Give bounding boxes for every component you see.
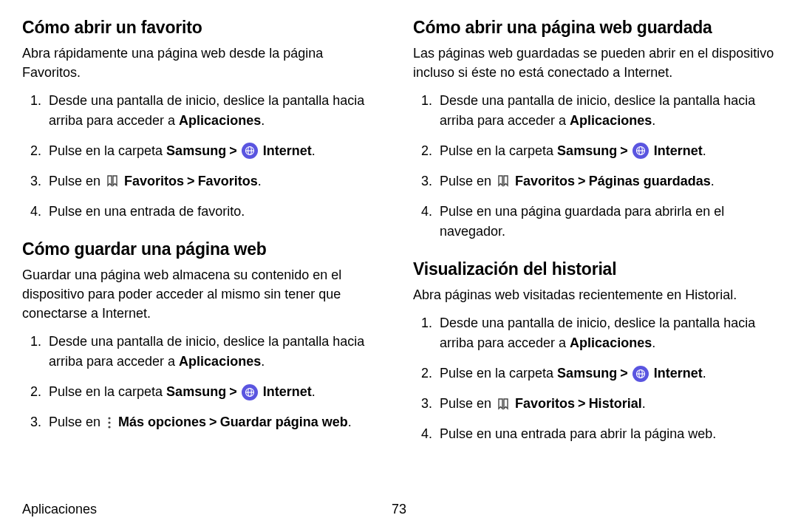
intro-open-saved: Las páginas web guardadas se pueden abri…: [413, 44, 776, 82]
bold-text: Guardar página web: [220, 415, 348, 429]
text: .: [312, 384, 316, 399]
list-item: Pulse en Favoritos>Historial.: [413, 394, 776, 414]
list-item: Pulse en la carpeta Samsung> Internet.: [22, 141, 385, 161]
bold-text: Historial: [589, 396, 642, 411]
bold-text: Internet: [654, 366, 703, 381]
bold-text: Internet: [263, 384, 312, 399]
list-item: Pulse en la carpeta Samsung> Internet.: [413, 141, 776, 161]
text: Pulse en la carpeta: [440, 366, 557, 381]
bold-text: Samsung: [166, 384, 226, 399]
list-item: Pulse en una entrada de favorito.: [22, 202, 385, 222]
text: .: [261, 354, 265, 369]
bookmark-icon: [497, 398, 510, 411]
bookmark-icon: [106, 174, 119, 188]
left-column: Cómo abrir un favorito Abra rápidamente …: [22, 18, 385, 491]
list-item: Pulse en Favoritos>Páginas guardadas.: [413, 171, 776, 191]
bold-text: Más opciones: [118, 415, 206, 429]
bold-text: Aplicaciones: [570, 113, 652, 128]
internet-icon: [632, 366, 649, 382]
text: Pulse en la carpeta: [49, 143, 166, 158]
text: .: [312, 143, 316, 158]
bold-text: Favoritos: [124, 174, 184, 188]
text: Pulse en: [49, 174, 104, 188]
chevron-icon: >: [229, 141, 237, 161]
bold-text: Favoritos: [198, 174, 258, 188]
heading-open-saved: Cómo abrir una página web guardada: [413, 18, 776, 38]
list-item: Pulse en Más opciones>Guardar página web…: [22, 412, 385, 432]
steps-history: Desde una pantalla de inicio, deslice la…: [413, 313, 776, 444]
bold-text: Aplicaciones: [570, 335, 652, 350]
text: Pulse en la carpeta: [49, 384, 166, 399]
list-item: Pulse en una página guardada para abrirl…: [413, 202, 776, 242]
text: .: [652, 113, 655, 128]
bold-text: Favoritos: [515, 396, 575, 411]
list-item: Desde una pantalla de inicio, deslice la…: [22, 91, 385, 131]
list-item: Pulse en la carpeta Samsung> Internet.: [22, 382, 385, 402]
internet-icon: [242, 384, 258, 400]
text: Pulse en: [440, 174, 495, 188]
bold-text: Páginas guardadas: [589, 174, 711, 188]
bold-text: Aplicaciones: [179, 354, 261, 369]
chevron-icon: >: [187, 171, 195, 191]
text: .: [348, 415, 352, 429]
intro-history: Abra páginas web visitadas recientemente…: [413, 285, 776, 304]
more-options-icon: [106, 416, 113, 429]
heading-open-bookmark: Cómo abrir un favorito: [22, 18, 385, 38]
chevron-icon: >: [578, 171, 586, 191]
steps-save-page: Desde una pantalla de inicio, deslice la…: [22, 332, 385, 432]
text: Pulse en: [440, 396, 495, 411]
chevron-icon: >: [229, 382, 237, 402]
page-number: 73: [392, 502, 406, 517]
text: .: [642, 396, 646, 411]
list-item: Pulse en una entrada para abrir la págin…: [413, 424, 776, 444]
bold-text: Internet: [263, 143, 312, 158]
text: .: [261, 113, 265, 128]
list-item: Pulse en la carpeta Samsung> Internet.: [413, 364, 776, 383]
content-columns: Cómo abrir un favorito Abra rápidamente …: [22, 18, 776, 491]
text: .: [703, 143, 706, 158]
text: .: [652, 335, 655, 350]
list-item: Desde una pantalla de inicio, deslice la…: [22, 332, 385, 372]
chevron-icon: >: [620, 141, 628, 161]
bold-text: Samsung: [557, 366, 617, 381]
intro-open-bookmark: Abra rápidamente una página web desde la…: [22, 44, 385, 82]
list-item: Desde una pantalla de inicio, deslice la…: [413, 313, 776, 353]
right-column: Cómo abrir una página web guardada Las p…: [413, 18, 776, 491]
bold-text: Favoritos: [515, 174, 575, 188]
steps-open-bookmark: Desde una pantalla de inicio, deslice la…: [22, 91, 385, 222]
svg-point-8: [108, 426, 110, 428]
text: .: [711, 174, 715, 188]
internet-icon: [242, 143, 258, 159]
bold-text: Samsung: [166, 143, 226, 158]
svg-point-7: [108, 421, 110, 423]
steps-open-saved: Desde una pantalla de inicio, deslice la…: [413, 91, 776, 242]
bold-text: Aplicaciones: [179, 113, 261, 128]
text: Pulse en: [49, 415, 104, 429]
intro-save-page: Guardar una página web almacena su conte…: [22, 265, 385, 323]
bookmark-icon: [497, 174, 510, 188]
chevron-icon: >: [209, 412, 217, 432]
page-footer: Aplicaciones 73: [22, 502, 776, 517]
internet-icon: [632, 143, 649, 159]
bold-text: Samsung: [557, 143, 617, 158]
heading-history: Visualización del historial: [413, 259, 776, 279]
bold-text: Internet: [654, 143, 703, 158]
svg-point-6: [108, 417, 110, 419]
chevron-icon: >: [620, 364, 628, 383]
footer-section-label: Aplicaciones: [22, 502, 97, 517]
chevron-icon: >: [578, 394, 586, 414]
text: .: [258, 174, 262, 188]
text: Pulse en la carpeta: [440, 143, 557, 158]
text: .: [703, 366, 706, 381]
list-item: Desde una pantalla de inicio, deslice la…: [413, 91, 776, 131]
heading-save-page: Cómo guardar una página web: [22, 239, 385, 259]
list-item: Pulse en Favoritos>Favoritos.: [22, 171, 385, 191]
